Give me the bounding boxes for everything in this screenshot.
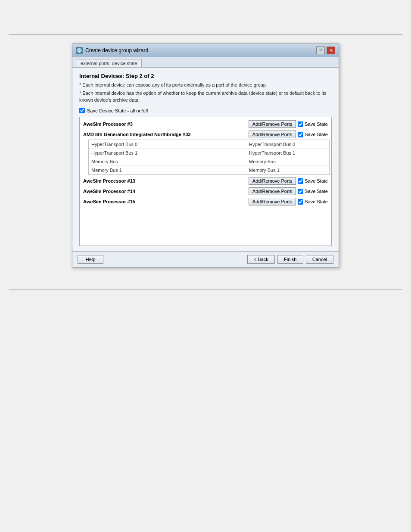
device-name-awesim3: AweSim Processor #3 [83,121,249,127]
add-remove-ports-awesim3[interactable]: Add/Remove Ports [249,120,296,128]
sub-device-value-ht1: HyperTransport Bus 1 [249,150,327,156]
save-state-checkbox-awesim14[interactable] [298,189,303,194]
device-row-awesim14: AweSim Processor #14 Add/Remove Ports Sa… [81,186,330,196]
save-state-label-awesim3: Save State [298,121,328,127]
device-list-empty-space [81,207,330,233]
dialog-content: Internal Devices: Step 2 of 2 * Each int… [72,68,339,251]
device-row-awesim3: AweSim Processor #3 Add/Remove Ports Sav… [81,119,330,129]
device-row-awesim13: AweSim Processor #13 Add/Remove Ports Sa… [81,176,330,186]
save-all-row: Save Device State - all on/off [79,108,332,113]
save-state-checkbox-amd33[interactable] [298,132,303,137]
sub-device-ht0: HyperTransport Bus 0 HyperTransport Bus … [89,140,329,149]
device-controls-awesim13: Add/Remove Ports Save State [249,177,328,185]
save-state-checkbox-awesim3[interactable] [298,121,303,127]
sub-device-value-mem1: Memory Bus 1 [249,168,327,173]
save-state-label-awesim15: Save State [298,199,328,205]
step-desc1: * Each internal device can expose any of… [79,82,332,88]
device-row-amd33: AMD 8th Generation Integrated Northbridg… [81,129,330,140]
svg-text:⚙: ⚙ [78,49,81,53]
finish-button[interactable]: Finish [277,255,303,264]
sub-device-list-amd33: HyperTransport Bus 0 HyperTransport Bus … [88,140,330,175]
sub-device-mem1: Memory Bus 1 Memory Bus 1 [89,166,329,174]
sub-device-name-ht1: HyperTransport Bus 1 [91,150,249,156]
device-list: AweSim Processor #3 Add/Remove Ports Sav… [79,117,332,246]
save-all-label: Save Device State - all on/off [87,108,148,113]
sub-device-value-ht0: HyperTransport Bus 0 [249,142,327,147]
close-title-button[interactable]: ✕ [327,47,335,54]
sub-device-name-mem0: Memory Bus [91,159,249,164]
help-button[interactable]: Help [78,255,103,264]
save-state-checkbox-awesim13[interactable] [298,178,303,184]
sub-device-ht1: HyperTransport Bus 1 HyperTransport Bus … [89,149,329,157]
device-controls-awesim15: Add/Remove Ports Save State [249,198,328,205]
page-wrapper: ⚙ Create device group wizard ? ✕ externa… [9,34,402,298]
sub-device-name-mem1: Memory Bus 1 [91,168,249,173]
divider-bottom [9,289,402,289]
add-remove-ports-amd33[interactable]: Add/Remove Ports [249,131,296,138]
help-title-button[interactable]: ? [316,47,325,54]
add-remove-ports-awesim15[interactable]: Add/Remove Ports [249,198,296,205]
dialog-footer: Help < Back Finish Cancel [72,251,339,267]
title-bar: ⚙ Create device group wizard ? ✕ [72,44,339,57]
device-name-awesim14: AweSim Processor #14 [83,189,249,194]
wizard-icon: ⚙ [76,47,83,54]
cancel-button[interactable]: Cancel [306,255,333,264]
add-remove-ports-awesim14[interactable]: Add/Remove Ports [249,187,296,195]
device-controls-awesim14: Add/Remove Ports Save State [249,187,328,195]
device-row-awesim15: AweSim Processor #15 Add/Remove Ports Sa… [81,196,330,207]
save-state-label-awesim13: Save State [298,178,328,184]
save-all-checkbox[interactable] [79,108,85,113]
sub-device-name-ht0: HyperTransport Bus 0 [91,142,249,147]
back-button[interactable]: < Back [247,255,275,264]
tab-bar: external ports, device state [72,57,339,68]
dialog-window: ⚙ Create device group wizard ? ✕ externa… [72,44,339,268]
device-controls-amd33: Add/Remove Ports Save State [249,131,328,138]
device-controls-awesim3: Add/Remove Ports Save State [249,120,328,128]
footer-right-buttons: < Back Finish Cancel [247,255,333,264]
step-title: Internal Devices: Step 2 of 2 [79,73,332,79]
save-state-label-awesim14: Save State [298,189,328,194]
step-desc2: * Each internal device has the option of… [79,90,332,103]
add-remove-ports-awesim13[interactable]: Add/Remove Ports [249,177,296,185]
title-bar-controls: ? ✕ [316,47,335,54]
save-state-checkbox-awesim15[interactable] [298,199,303,205]
tab-external-ports[interactable]: external ports, device state [76,59,142,67]
divider-top [9,34,402,35]
device-name-awesim13: AweSim Processor #13 [83,178,249,184]
sub-device-value-mem0: Memory Bus [249,159,327,164]
title-bar-left: ⚙ Create device group wizard [76,47,148,54]
device-name-amd33: AMD 8th Generation Integrated Northbridg… [83,132,249,137]
save-state-label-amd33: Save State [298,132,328,137]
device-name-awesim15: AweSim Processor #15 [83,199,249,204]
sub-device-mem0: Memory Bus Memory Bus [89,157,329,166]
dialog-title: Create device group wizard [85,47,148,53]
